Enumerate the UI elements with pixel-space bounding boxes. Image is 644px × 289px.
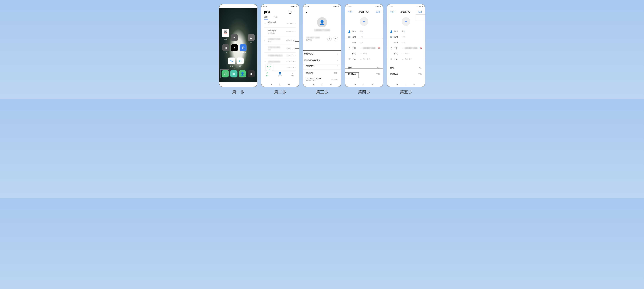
mail-icon: ✉ xyxy=(348,58,351,60)
call-item[interactable]: 未知号码未知归属地 2021/10/14› xyxy=(264,27,296,36)
call-item[interactable]: ↗ 13896271546重庆 2021/10/12› xyxy=(264,36,296,44)
save-location-row[interactable]: 保存位置 手机 xyxy=(387,71,425,77)
system-nav: ≡⌂⟲ xyxy=(387,82,425,87)
tab-favorites[interactable]: ★收藏 xyxy=(292,72,294,77)
status-bar: 08:53 ◎ ▮ ▮ ᯤ ▭ xyxy=(220,4,257,8)
status-bar: 08:55 ◎ ▮ ▮ ᯤ ▭ xyxy=(387,4,425,8)
add-photo-button[interactable]: + xyxy=(402,17,410,26)
tab-all[interactable]: 全部 xyxy=(264,15,268,19)
home-screen: 08:53 ◎ ▮ ▮ ᯤ ▭ 星期四 26 日历 ◈ 工具 ⊞ 工具 ⊞ 工具 xyxy=(220,4,257,87)
system-nav: ≡⌂⟲ xyxy=(303,82,341,87)
call-button[interactable]: ✆ xyxy=(327,36,332,41)
calendar-widget[interactable]: 星期四 26 xyxy=(222,29,229,37)
save-location-row[interactable]: 保存位置 手机 xyxy=(345,71,383,77)
history-title: 通话记录 xyxy=(306,72,314,75)
done-button[interactable]: 完成 xyxy=(376,10,380,13)
name-field[interactable]: 👤 姓名 小V xyxy=(387,29,425,34)
position-field[interactable]: 职位 职位 xyxy=(387,40,425,45)
delete-icon[interactable]: ⊖ xyxy=(378,47,380,49)
chevron-down-icon[interactable]: ⌄ xyxy=(360,47,362,49)
call-item[interactable]: 17021011891北京 2021/10/12› xyxy=(264,44,296,53)
tiktok-icon[interactable]: ♪ xyxy=(231,44,238,51)
delete-icon[interactable]: ⊖ xyxy=(420,47,422,49)
wallpaper: 星期四 26 日历 ◈ 工具 ⊞ 工具 ⊞ 工具 ♪ 贴 百度贴吧 xyxy=(220,8,257,82)
system-nav: ≡⌂⟲ xyxy=(261,82,299,87)
chevron-right-icon[interactable]: › xyxy=(296,22,296,24)
done-button[interactable]: 完成 xyxy=(418,10,422,13)
contact-number: 13896271546 xyxy=(303,29,341,32)
tab-dialer[interactable]: ✆拨号 xyxy=(266,72,269,77)
company-field[interactable]: 🏢 公司 公司 xyxy=(387,34,425,40)
outgoing-icon: ↗ xyxy=(264,22,266,24)
phone-field[interactable]: ✆ 手机 ⌄ 138 9627 1546 ⊖ xyxy=(387,45,425,51)
call-item[interactable]: 中国移动电话(2) 2021/10/11› xyxy=(264,53,296,59)
menu-new-contact[interactable]: 新建联系人› xyxy=(303,50,341,57)
home-icon[interactable]: ⌂ xyxy=(237,83,239,86)
status-icons: ◎ ▮ ▮ ᯤ ▭ xyxy=(249,6,255,7)
baidu-tieba-icon[interactable]: 贴 百度贴吧 xyxy=(240,44,246,54)
system-nav: ≡ ⌂ ⟲ xyxy=(220,82,257,87)
avatar: 👤 xyxy=(317,17,327,27)
app-icon[interactable]: ⊞ 工具 xyxy=(222,44,229,54)
dialpad-button[interactable]: ● ● ● ● ● ● ● ● ● ● xyxy=(266,64,273,71)
bottom-tabs: ✆拨号 👤联系人 ★收藏 xyxy=(261,71,299,78)
app-icon[interactable]: ◈ 工具 xyxy=(231,34,238,44)
status-bar: 08:54 ◎ ▮ ▮ ᯤ ▭ xyxy=(303,4,341,8)
page-title: 新建联系人 xyxy=(400,10,411,13)
new-contact-screen: 08:55 ◎ ▮ ▮ ᯤ ▭ 取消 新建联系人 完成 + 👤 姓名 小V 🏢 … xyxy=(387,4,425,87)
history-filter[interactable]: 全部 › xyxy=(334,72,338,75)
dialer-title: |拨号 xyxy=(264,10,270,14)
status-bar: 08:55 ◎ ▮ ▮ ᯤ ▭ xyxy=(345,4,383,8)
step-label: 第一步 xyxy=(232,89,244,95)
add-photo-button[interactable]: + xyxy=(360,17,368,26)
phone-icon: ✆ xyxy=(348,47,351,49)
email-field[interactable]: ✉ 个人 ⌄ 电子邮件 xyxy=(345,56,383,62)
pager-dots: ⊙ • • • • xyxy=(220,67,257,69)
phone-field[interactable]: ✆ 手机 ⌄ 138 9627 1546 ⊖ xyxy=(345,45,383,51)
system-nav: ≡⌂⟲ xyxy=(345,82,383,87)
dialer-screen: 08:54 ◎ ▮ ▮ ᯤ ▭ |拨号 ✓ ⋮ 全部 未接 ↗ 紧急电话110 … xyxy=(261,4,299,87)
name-field[interactable]: 👤 姓名 小V xyxy=(345,29,383,34)
tab-missed[interactable]: 未接 xyxy=(274,15,278,19)
cancel-button[interactable]: 取消 xyxy=(390,10,394,13)
person-icon: 👤 xyxy=(348,30,351,33)
email-field[interactable]: ✉ 个人 ⌄ 电子邮件 xyxy=(387,56,425,62)
contact-detail-screen: 08:54 ◎ ▮ ▮ ᯤ ▭ ‹ 👤 13896271546 138 9627… xyxy=(303,4,341,87)
tab-contacts[interactable]: 👤联系人 xyxy=(278,72,282,77)
group-row[interactable]: 群组 无 › xyxy=(345,65,383,71)
app-icon[interactable]: ⊞ 工具 xyxy=(248,34,255,44)
back-icon[interactable]: ‹ xyxy=(306,10,307,13)
status-time: 08:53 xyxy=(222,5,226,7)
messages-icon[interactable]: ▭ xyxy=(230,70,238,77)
huya-icon[interactable]: ◐ 互传 xyxy=(237,57,244,67)
call-log-item[interactable]: 2021/10/12 10:59 13896271546 呼出 40秒 xyxy=(303,76,341,82)
back-icon[interactable]: ⟲ xyxy=(246,83,248,86)
home-field[interactable]: 住宅 ⌄ 号码 xyxy=(387,51,425,56)
status-bar: 08:54 ◎ ▮ ▮ ᯤ ▭ xyxy=(261,4,299,8)
contacts-icon[interactable]: 👤 xyxy=(239,70,246,77)
page-title: 新建联系人 xyxy=(358,10,369,13)
call-item[interactable]: ↗ 紧急电话110 2022/03/...› xyxy=(264,19,296,27)
home-field[interactable]: 住宅 ⌄ 号码 xyxy=(345,51,383,56)
company-field[interactable]: 🏢 公司 公司 xyxy=(345,34,383,40)
more-icon[interactable]: ⋮ xyxy=(294,11,296,13)
camera-icon[interactable]: ◉ xyxy=(248,70,255,77)
baidu-icon[interactable]: 🐾 百度 xyxy=(228,57,235,67)
dock: ✆ ▭ 👤 ◉ xyxy=(220,70,257,77)
check-icon[interactable]: ✓ xyxy=(289,11,292,13)
menu-icon[interactable]: ≡ xyxy=(229,83,230,86)
group-row[interactable]: 群组 无 › xyxy=(387,65,425,71)
message-button[interactable]: ○ xyxy=(334,36,338,41)
new-contact-screen: 08:55 ◎ ▮ ▮ ᯤ ▭ 取消 新建联系人 完成 + 👤 姓名 小V 🏢 … xyxy=(345,4,383,87)
menu-add-existing[interactable]: 添加到已有联系人› xyxy=(303,57,341,64)
position-field[interactable]: 职位 职位 xyxy=(345,40,383,45)
phone-app-icon[interactable]: ✆ xyxy=(222,70,229,77)
cancel-button[interactable]: 取消 xyxy=(348,10,352,13)
building-icon: 🏢 xyxy=(348,36,351,38)
